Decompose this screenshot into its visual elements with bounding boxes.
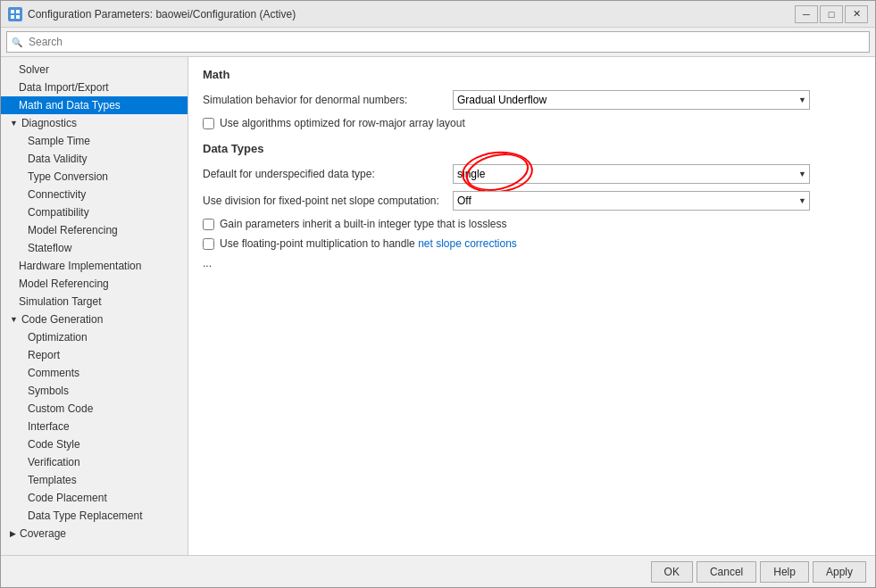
svg-rect-2 — [11, 15, 14, 19]
sidebar-group-coverage-label: Coverage — [20, 527, 66, 540]
sidebar-item-code-style[interactable]: Code Style — [1, 435, 188, 453]
sidebar-item-verification[interactable]: Verification — [1, 453, 188, 471]
sidebar-group-coverage[interactable]: ▶ Coverage — [1, 525, 188, 542]
maximize-button[interactable]: □ — [820, 5, 843, 23]
denormal-select-wrap: Gradual Underflow Flush to Zero — [453, 90, 810, 110]
sidebar-item-type-conversion[interactable]: Type Conversion — [1, 168, 188, 186]
svg-rect-3 — [16, 15, 20, 19]
cancel-button[interactable]: Cancel — [697, 561, 756, 583]
sidebar-item-math-and-data-types[interactable]: Math and Data Types — [1, 96, 188, 114]
sidebar-item-comments[interactable]: Comments — [1, 364, 188, 382]
row-major-label: Use algorithms optimized for row-major a… — [220, 117, 465, 129]
sidebar-item-data-import-export[interactable]: Data Import/Export — [1, 79, 188, 96]
window-controls: ─ □ ✕ — [795, 5, 868, 23]
triangle-icon: ▼ — [10, 119, 18, 128]
data-types-section-header: Data Types — [203, 142, 861, 155]
gain-row: Gain parameters inherit a built-in integ… — [203, 218, 861, 230]
sidebar: Solver Data Import/Export Math and Data … — [1, 57, 188, 555]
division-label: Use division for fixed-point net slope c… — [203, 195, 453, 207]
underspecified-select-wrap: single double — [453, 164, 810, 184]
triangle-icon-coverage: ▶ — [10, 529, 16, 538]
division-select-wrap: Off On — [453, 191, 810, 211]
sidebar-group-code-generation[interactable]: ▼ Code Generation — [1, 311, 188, 328]
apply-button[interactable]: Apply — [813, 561, 866, 583]
window-title: Configuration Parameters: baowei/Configu… — [28, 8, 795, 21]
sidebar-item-templates[interactable]: Templates — [1, 471, 188, 489]
gain-checkbox[interactable] — [203, 219, 214, 230]
division-select[interactable]: Off On — [453, 191, 810, 211]
sidebar-item-compatibility[interactable]: Compatibility — [1, 203, 188, 221]
underspecified-row: Default for underspecified data type: si… — [203, 164, 861, 184]
sidebar-item-code-placement[interactable]: Code Placement — [1, 489, 188, 507]
content-area: Math Simulation behavior for denormal nu… — [188, 57, 875, 555]
sidebar-group-diagnostics-label: Diagnostics — [21, 117, 77, 129]
math-section-header: Math — [203, 68, 861, 81]
sidebar-item-model-referencing[interactable]: Model Referencing — [1, 221, 188, 239]
denormal-select[interactable]: Gradual Underflow Flush to Zero — [453, 90, 810, 110]
sidebar-item-hardware-implementation[interactable]: Hardware Implementation — [1, 257, 188, 275]
sidebar-item-interface[interactable]: Interface — [1, 418, 188, 435]
sidebar-item-data-type-replacement[interactable]: Data Type Replacement — [1, 507, 188, 525]
search-bar — [1, 28, 875, 57]
search-input[interactable] — [6, 31, 870, 53]
main-window: Configuration Parameters: baowei/Configu… — [0, 0, 876, 588]
row-major-checkbox[interactable] — [203, 118, 214, 129]
denormal-label: Simulation behavior for denormal numbers… — [203, 94, 453, 106]
main-content: Solver Data Import/Export Math and Data … — [1, 57, 875, 555]
title-bar: Configuration Parameters: baowei/Configu… — [1, 1, 875, 28]
svg-rect-0 — [11, 10, 14, 13]
sidebar-item-data-validity[interactable]: Data Validity — [1, 150, 188, 168]
sidebar-item-stateflow[interactable]: Stateflow — [1, 239, 188, 257]
data-types-section: Data Types Default for underspecified da… — [203, 142, 861, 269]
sidebar-item-model-referencing2[interactable]: Model Referencing — [1, 275, 188, 293]
sidebar-group-code-generation-label: Code Generation — [21, 313, 103, 326]
floating-point-checkbox[interactable] — [203, 238, 214, 250]
sidebar-item-symbols[interactable]: Symbols — [1, 382, 188, 400]
division-row: Use division for fixed-point net slope c… — [203, 191, 861, 211]
minimize-button[interactable]: ─ — [795, 5, 818, 23]
triangle-icon-code-gen: ▼ — [10, 315, 18, 324]
ellipsis: ... — [203, 257, 861, 269]
net-slope-link[interactable]: net slope corrections — [418, 237, 517, 250]
app-icon — [8, 7, 22, 21]
row-major-row: Use algorithms optimized for row-major a… — [203, 117, 861, 129]
sidebar-item-sample-time[interactable]: Sample Time — [1, 132, 188, 150]
floating-point-row: Use floating-point multiplication to han… — [203, 237, 861, 250]
sidebar-group-diagnostics[interactable]: ▼ Diagnostics — [1, 114, 188, 132]
sidebar-item-report[interactable]: Report — [1, 346, 188, 364]
button-bar: OK Cancel Help Apply — [1, 555, 875, 587]
gain-label: Gain parameters inherit a built-in integ… — [220, 218, 507, 230]
underspecified-label: Default for underspecified data type: — [203, 168, 453, 180]
help-button[interactable]: Help — [760, 561, 809, 583]
denormal-row: Simulation behavior for denormal numbers… — [203, 90, 861, 110]
floating-point-label: Use floating-point multiplication to han… — [220, 237, 517, 250]
search-wrap — [6, 31, 870, 53]
ok-button[interactable]: OK — [651, 561, 693, 583]
sidebar-item-simulation-target[interactable]: Simulation Target — [1, 293, 188, 311]
sidebar-item-custom-code[interactable]: Custom Code — [1, 400, 188, 418]
sidebar-item-optimization[interactable]: Optimization — [1, 328, 188, 346]
sidebar-item-solver[interactable]: Solver — [1, 61, 188, 79]
underspecified-select[interactable]: single double — [453, 164, 810, 184]
svg-rect-1 — [16, 10, 20, 13]
sidebar-item-connectivity[interactable]: Connectivity — [1, 186, 188, 203]
close-button[interactable]: ✕ — [845, 5, 868, 23]
